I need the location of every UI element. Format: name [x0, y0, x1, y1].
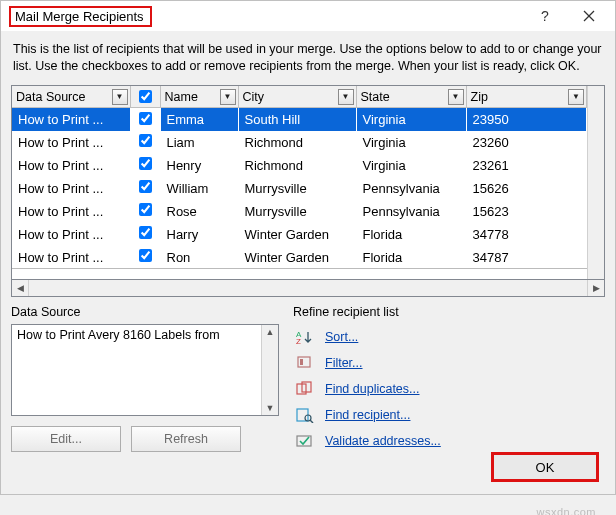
- cell-state: Virginia: [356, 154, 466, 177]
- validate-icon: [295, 432, 315, 450]
- table-row[interactable]: How to Print ...WilliamMurrysvillePennsy…: [12, 177, 587, 200]
- table-row[interactable]: How to Print ...LiamRichmondVirginia2326…: [12, 131, 587, 154]
- row-checkbox[interactable]: [139, 112, 152, 125]
- cell-checkbox[interactable]: [130, 223, 160, 246]
- row-checkbox[interactable]: [139, 134, 152, 147]
- dropdown-icon[interactable]: ▼: [112, 89, 128, 105]
- data-source-list[interactable]: How to Print Avery 8160 Labels from ▲▼: [11, 324, 279, 416]
- dropdown-icon[interactable]: ▼: [220, 89, 236, 105]
- cell-state: Pennsylvania: [356, 177, 466, 200]
- filter-icon: [295, 354, 315, 372]
- table-row[interactable]: How to Print ...RonWinter GardenFlorida3…: [12, 246, 587, 269]
- cell-zip: 15623: [466, 200, 587, 223]
- refresh-button[interactable]: Refresh: [131, 426, 241, 452]
- cell-zip: 23261: [466, 154, 587, 177]
- dropdown-icon[interactable]: ▼: [568, 89, 584, 105]
- grid-horizontal-scrollbar[interactable]: ◀ ▶: [11, 280, 605, 297]
- row-checkbox[interactable]: [139, 157, 152, 170]
- cell-city: Richmond: [238, 154, 356, 177]
- mail-merge-recipients-dialog: Mail Merge Recipients ? This is the list…: [0, 0, 616, 495]
- scroll-left-icon[interactable]: ◀: [12, 280, 29, 296]
- dropdown-icon[interactable]: ▼: [448, 89, 464, 105]
- row-checkbox[interactable]: [139, 180, 152, 193]
- row-checkbox[interactable]: [139, 226, 152, 239]
- cell-city: Richmond: [238, 131, 356, 154]
- dropdown-icon[interactable]: ▼: [338, 89, 354, 105]
- cell-zip: 34778: [466, 223, 587, 246]
- cell-checkbox[interactable]: [130, 246, 160, 269]
- cell-name: Rose: [160, 200, 238, 223]
- find-recipient-link-row: Find recipient...: [293, 402, 605, 428]
- cell-city: Winter Garden: [238, 246, 356, 269]
- close-button[interactable]: [567, 2, 611, 30]
- cell-checkbox[interactable]: [130, 154, 160, 177]
- select-all-checkbox[interactable]: [139, 90, 152, 103]
- sort-link[interactable]: Sort...: [325, 330, 358, 344]
- sort-icon: AZ: [295, 328, 315, 346]
- grid-vertical-scrollbar[interactable]: [587, 86, 604, 279]
- titlebar: Mail Merge Recipients ?: [1, 1, 615, 31]
- validate-link-row: Validate addresses...: [293, 428, 605, 454]
- cell-zip: 34787: [466, 246, 587, 269]
- col-zip[interactable]: Zip ▼: [466, 86, 587, 108]
- cell-name: Ron: [160, 246, 238, 269]
- help-button[interactable]: ?: [523, 2, 567, 30]
- filter-link-row: Filter...: [293, 350, 605, 376]
- find-recipient-icon: [295, 406, 315, 424]
- cell-name: Harry: [160, 223, 238, 246]
- cell-city: Murrysville: [238, 177, 356, 200]
- scroll-right-icon[interactable]: ▶: [587, 280, 604, 296]
- cell-state: Florida: [356, 223, 466, 246]
- svg-rect-5: [300, 359, 303, 365]
- cell-city: Murrysville: [238, 200, 356, 223]
- cell-checkbox[interactable]: [130, 200, 160, 223]
- duplicates-icon: [295, 380, 315, 398]
- filter-link[interactable]: Filter...: [325, 356, 363, 370]
- table-row[interactable]: How to Print ...HenryRichmondVirginia232…: [12, 154, 587, 177]
- cell-name: Liam: [160, 131, 238, 154]
- cell-checkbox[interactable]: [130, 108, 160, 131]
- close-icon: [583, 10, 595, 22]
- row-checkbox[interactable]: [139, 203, 152, 216]
- cell-data-source: How to Print ...: [12, 246, 130, 269]
- table-row[interactable]: How to Print ...RoseMurrysvillePennsylva…: [12, 200, 587, 223]
- watermark: wsxdn.com: [536, 506, 596, 515]
- ok-button[interactable]: OK: [491, 452, 599, 482]
- cell-checkbox[interactable]: [130, 177, 160, 200]
- dialog-title: Mail Merge Recipients: [9, 6, 152, 27]
- edit-button[interactable]: Edit...: [11, 426, 121, 452]
- cell-data-source: How to Print ...: [12, 131, 130, 154]
- col-name[interactable]: Name ▼: [160, 86, 238, 108]
- cell-zip: 23260: [466, 131, 587, 154]
- data-source-label: Data Source: [11, 305, 279, 319]
- data-source-item[interactable]: How to Print Avery 8160 Labels from: [17, 328, 220, 342]
- cell-data-source: How to Print ...: [12, 108, 130, 131]
- cell-name: Henry: [160, 154, 238, 177]
- row-checkbox[interactable]: [139, 249, 152, 262]
- refine-panel: Refine recipient list AZ Sort... Filter.…: [293, 305, 605, 454]
- col-select-all[interactable]: [130, 86, 160, 108]
- col-data-source[interactable]: Data Source ▼: [12, 86, 130, 108]
- col-state[interactable]: State ▼: [356, 86, 466, 108]
- cell-data-source: How to Print ...: [12, 223, 130, 246]
- col-city[interactable]: City ▼: [238, 86, 356, 108]
- cell-zip: 23950: [466, 108, 587, 131]
- validate-addresses-link[interactable]: Validate addresses...: [325, 434, 441, 448]
- recipients-grid: Data Source ▼ Name ▼ City ▼: [11, 85, 605, 280]
- cell-state: Florida: [356, 246, 466, 269]
- find-duplicates-link[interactable]: Find duplicates...: [325, 382, 420, 396]
- svg-line-10: [310, 420, 313, 423]
- sort-link-row: AZ Sort...: [293, 324, 605, 350]
- table-row[interactable]: How to Print ...HarryWinter GardenFlorid…: [12, 223, 587, 246]
- cell-name: Emma: [160, 108, 238, 131]
- duplicates-link-row: Find duplicates...: [293, 376, 605, 402]
- ds-scrollbar[interactable]: ▲▼: [261, 325, 278, 415]
- cell-data-source: How to Print ...: [12, 200, 130, 223]
- cell-checkbox[interactable]: [130, 131, 160, 154]
- refine-label: Refine recipient list: [293, 305, 605, 319]
- find-recipient-link[interactable]: Find recipient...: [325, 408, 410, 422]
- cell-zip: 15626: [466, 177, 587, 200]
- table-row[interactable]: How to Print ...EmmaSouth HillVirginia23…: [12, 108, 587, 131]
- cell-data-source: How to Print ...: [12, 177, 130, 200]
- cell-state: Pennsylvania: [356, 200, 466, 223]
